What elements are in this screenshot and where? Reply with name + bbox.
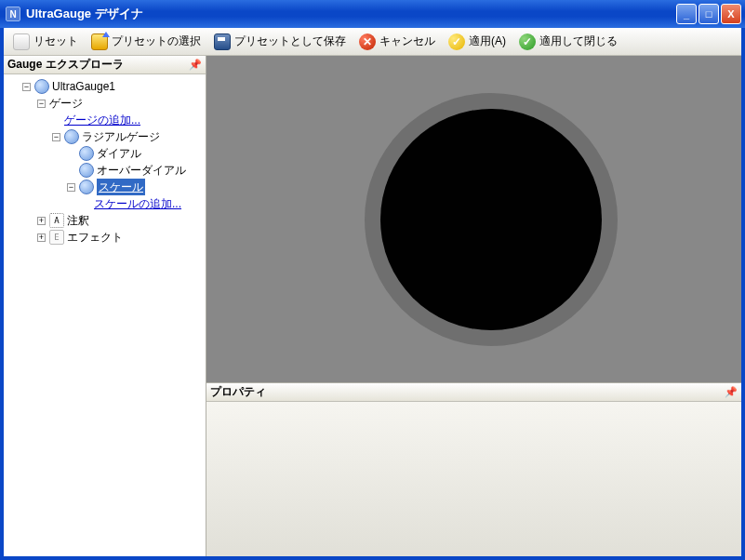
apply-close-icon: ✓ (519, 33, 536, 50)
gauge-rim (365, 93, 618, 346)
open-preset-button[interactable]: プリセットの選択 (86, 31, 206, 53)
tree-label: エフェクト (67, 229, 123, 246)
tree-label: スケール (97, 179, 145, 195)
pin-icon[interactable]: 📌 (189, 58, 202, 71)
cancel-button[interactable]: ✕ キャンセル (353, 31, 441, 53)
window-close-button[interactable]: X (721, 4, 741, 24)
tree-node-root[interactable]: − UltraGauge1 (6, 78, 204, 95)
properties-panel: プロパティ 📌 (206, 383, 741, 556)
tree-node-scale[interactable]: − スケール (6, 179, 204, 195)
explorer-header: Gauge エクスプローラ 📌 (4, 56, 206, 74)
window-controls: _ □ X (676, 4, 741, 24)
cancel-icon: ✕ (359, 33, 376, 50)
window-maximize-button[interactable]: □ (698, 4, 719, 24)
save-preset-button[interactable]: プリセットとして保存 (208, 31, 352, 53)
gauge-icon (64, 129, 79, 144)
save-preset-label: プリセットとして保存 (234, 33, 346, 49)
tree-node-radial[interactable]: − ラジアルゲージ (6, 128, 204, 145)
text-icon: A (49, 213, 64, 228)
tree-node-add-gauge[interactable]: ゲージの追加... (6, 112, 204, 128)
tree-label[interactable]: スケールの追加... (94, 195, 181, 212)
spacer-icon (52, 116, 60, 125)
tree[interactable]: − UltraGauge1 − ゲージ ゲージの追加... − ラジアルゲージ (4, 74, 206, 556)
titlebar: N UltraGauge デザイナ _ □ X (0, 0, 745, 28)
right-panel: プロパティ 📌 (206, 56, 741, 556)
properties-header: プロパティ 📌 (206, 383, 741, 402)
tree-label: ダイアル (97, 145, 141, 162)
tree-label: 注釈 (67, 212, 89, 229)
gauge-face (380, 109, 602, 330)
apply-button[interactable]: ✓ 適用(A) (443, 31, 512, 53)
expand-toggle-icon[interactable]: − (67, 183, 75, 192)
spacer-icon (82, 200, 90, 208)
tree-node-add-scale[interactable]: スケールの追加... (6, 195, 204, 212)
open-preset-label: プリセットの選択 (112, 33, 201, 49)
tree-node-effects[interactable]: + E エフェクト (6, 229, 204, 246)
tree-node-dial[interactable]: ダイアル (6, 145, 204, 162)
tree-label: ラジアルゲージ (82, 128, 160, 145)
gauge-icon (79, 146, 94, 161)
tree-node-overdial[interactable]: オーバーダイアル (6, 162, 204, 179)
toolbar: リセット プリセットの選択 プリセットとして保存 ✕ キャンセル ✓ 適用(A)… (4, 28, 741, 56)
folder-open-icon (91, 33, 108, 50)
tree-label: UltraGauge1 (52, 78, 115, 95)
properties-body[interactable] (206, 402, 741, 556)
gauge-icon (34, 79, 49, 94)
client-area: リセット プリセットの選択 プリセットとして保存 ✕ キャンセル ✓ 適用(A)… (0, 28, 745, 560)
expand-toggle-icon[interactable]: + (37, 217, 46, 225)
reset-icon (13, 33, 30, 50)
apply-close-label: 適用して閉じる (539, 33, 618, 49)
explorer-title: Gauge エクスプローラ (7, 57, 124, 73)
window-title: UltraGauge デザイナ (26, 6, 143, 22)
expand-toggle-icon[interactable]: + (37, 233, 46, 242)
reset-button[interactable]: リセット (7, 31, 84, 53)
reset-label: リセット (33, 33, 78, 49)
tree-label: ゲージ (49, 95, 83, 112)
apply-icon: ✓ (448, 33, 465, 50)
expand-toggle-icon[interactable]: − (22, 83, 31, 91)
tree-label[interactable]: ゲージの追加... (64, 112, 140, 128)
tree-node-gauges[interactable]: − ゲージ (6, 95, 204, 112)
window-minimize-button[interactable]: _ (676, 4, 697, 24)
expand-toggle-icon[interactable]: − (52, 133, 60, 141)
tree-node-annotations[interactable]: + A 注釈 (6, 212, 204, 229)
apply-label: 適用(A) (469, 33, 506, 49)
effect-icon: E (49, 230, 64, 245)
properties-title: プロパティ (210, 384, 266, 400)
pin-icon[interactable]: 📌 (725, 385, 738, 398)
apply-and-close-button[interactable]: ✓ 適用して閉じる (513, 31, 623, 53)
cancel-label: キャンセル (379, 33, 435, 49)
save-icon (214, 33, 231, 50)
spacer-icon (67, 167, 75, 175)
gauge-icon (79, 180, 94, 194)
explorer-panel: Gauge エクスプローラ 📌 − UltraGauge1 − ゲージ ゲージの… (4, 56, 206, 556)
gauge-preview (206, 56, 741, 383)
app-icon: N (6, 7, 20, 21)
tree-label: オーバーダイアル (97, 162, 186, 179)
gauge-icon (79, 163, 94, 178)
expand-toggle-icon[interactable]: − (37, 100, 46, 108)
spacer-icon (67, 150, 75, 158)
